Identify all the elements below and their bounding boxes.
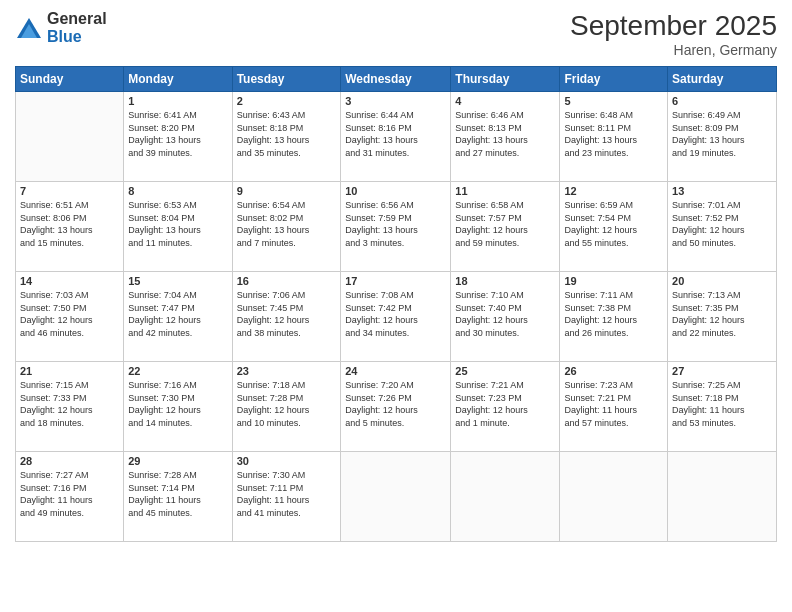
day-number: 4 (455, 95, 555, 107)
day-info: Sunrise: 6:59 AM Sunset: 7:54 PM Dayligh… (564, 199, 663, 249)
day-info: Sunrise: 7:27 AM Sunset: 7:16 PM Dayligh… (20, 469, 119, 519)
calendar-cell: 25Sunrise: 7:21 AM Sunset: 7:23 PM Dayli… (451, 362, 560, 452)
logo-text: General Blue (47, 10, 107, 45)
day-info: Sunrise: 6:51 AM Sunset: 8:06 PM Dayligh… (20, 199, 119, 249)
day-info: Sunrise: 6:44 AM Sunset: 8:16 PM Dayligh… (345, 109, 446, 159)
day-info: Sunrise: 6:54 AM Sunset: 8:02 PM Dayligh… (237, 199, 337, 249)
day-number: 30 (237, 455, 337, 467)
logo-icon (15, 14, 43, 42)
day-info: Sunrise: 7:18 AM Sunset: 7:28 PM Dayligh… (237, 379, 337, 429)
calendar-cell: 4Sunrise: 6:46 AM Sunset: 8:13 PM Daylig… (451, 92, 560, 182)
day-info: Sunrise: 7:06 AM Sunset: 7:45 PM Dayligh… (237, 289, 337, 339)
calendar-cell: 16Sunrise: 7:06 AM Sunset: 7:45 PM Dayli… (232, 272, 341, 362)
day-info: Sunrise: 6:49 AM Sunset: 8:09 PM Dayligh… (672, 109, 772, 159)
day-info: Sunrise: 7:10 AM Sunset: 7:40 PM Dayligh… (455, 289, 555, 339)
day-number: 23 (237, 365, 337, 377)
calendar-cell: 14Sunrise: 7:03 AM Sunset: 7:50 PM Dayli… (16, 272, 124, 362)
calendar-cell: 29Sunrise: 7:28 AM Sunset: 7:14 PM Dayli… (124, 452, 232, 542)
day-info: Sunrise: 6:41 AM Sunset: 8:20 PM Dayligh… (128, 109, 227, 159)
day-number: 5 (564, 95, 663, 107)
calendar-cell: 23Sunrise: 7:18 AM Sunset: 7:28 PM Dayli… (232, 362, 341, 452)
day-number: 12 (564, 185, 663, 197)
day-info: Sunrise: 7:13 AM Sunset: 7:35 PM Dayligh… (672, 289, 772, 339)
calendar-cell: 3Sunrise: 6:44 AM Sunset: 8:16 PM Daylig… (341, 92, 451, 182)
col-saturday: Saturday (668, 67, 777, 92)
calendar-cell: 13Sunrise: 7:01 AM Sunset: 7:52 PM Dayli… (668, 182, 777, 272)
calendar-week-row: 28Sunrise: 7:27 AM Sunset: 7:16 PM Dayli… (16, 452, 777, 542)
day-number: 10 (345, 185, 446, 197)
calendar-cell (16, 92, 124, 182)
day-number: 3 (345, 95, 446, 107)
header: General Blue September 2025 Haren, Germa… (15, 10, 777, 58)
calendar-week-row: 14Sunrise: 7:03 AM Sunset: 7:50 PM Dayli… (16, 272, 777, 362)
day-number: 28 (20, 455, 119, 467)
day-info: Sunrise: 6:53 AM Sunset: 8:04 PM Dayligh… (128, 199, 227, 249)
day-info: Sunrise: 6:46 AM Sunset: 8:13 PM Dayligh… (455, 109, 555, 159)
calendar-cell: 24Sunrise: 7:20 AM Sunset: 7:26 PM Dayli… (341, 362, 451, 452)
logo: General Blue (15, 10, 107, 45)
day-number: 2 (237, 95, 337, 107)
calendar-cell: 17Sunrise: 7:08 AM Sunset: 7:42 PM Dayli… (341, 272, 451, 362)
calendar-cell: 11Sunrise: 6:58 AM Sunset: 7:57 PM Dayli… (451, 182, 560, 272)
calendar-cell: 6Sunrise: 6:49 AM Sunset: 8:09 PM Daylig… (668, 92, 777, 182)
col-friday: Friday (560, 67, 668, 92)
calendar-cell: 2Sunrise: 6:43 AM Sunset: 8:18 PM Daylig… (232, 92, 341, 182)
calendar-cell: 9Sunrise: 6:54 AM Sunset: 8:02 PM Daylig… (232, 182, 341, 272)
calendar-cell: 19Sunrise: 7:11 AM Sunset: 7:38 PM Dayli… (560, 272, 668, 362)
calendar-cell: 26Sunrise: 7:23 AM Sunset: 7:21 PM Dayli… (560, 362, 668, 452)
day-number: 25 (455, 365, 555, 377)
day-info: Sunrise: 7:15 AM Sunset: 7:33 PM Dayligh… (20, 379, 119, 429)
calendar-cell: 20Sunrise: 7:13 AM Sunset: 7:35 PM Dayli… (668, 272, 777, 362)
day-number: 18 (455, 275, 555, 287)
day-info: Sunrise: 7:28 AM Sunset: 7:14 PM Dayligh… (128, 469, 227, 519)
col-tuesday: Tuesday (232, 67, 341, 92)
day-number: 13 (672, 185, 772, 197)
day-number: 19 (564, 275, 663, 287)
calendar-week-row: 21Sunrise: 7:15 AM Sunset: 7:33 PM Dayli… (16, 362, 777, 452)
day-info: Sunrise: 7:21 AM Sunset: 7:23 PM Dayligh… (455, 379, 555, 429)
day-info: Sunrise: 7:25 AM Sunset: 7:18 PM Dayligh… (672, 379, 772, 429)
day-number: 15 (128, 275, 227, 287)
calendar-cell: 22Sunrise: 7:16 AM Sunset: 7:30 PM Dayli… (124, 362, 232, 452)
calendar-cell: 7Sunrise: 6:51 AM Sunset: 8:06 PM Daylig… (16, 182, 124, 272)
day-number: 1 (128, 95, 227, 107)
location: Haren, Germany (570, 42, 777, 58)
logo-blue: Blue (47, 28, 107, 46)
day-info: Sunrise: 6:48 AM Sunset: 8:11 PM Dayligh… (564, 109, 663, 159)
calendar-cell: 28Sunrise: 7:27 AM Sunset: 7:16 PM Dayli… (16, 452, 124, 542)
day-info: Sunrise: 7:01 AM Sunset: 7:52 PM Dayligh… (672, 199, 772, 249)
calendar-week-row: 7Sunrise: 6:51 AM Sunset: 8:06 PM Daylig… (16, 182, 777, 272)
col-monday: Monday (124, 67, 232, 92)
calendar-cell (560, 452, 668, 542)
day-number: 26 (564, 365, 663, 377)
day-info: Sunrise: 6:43 AM Sunset: 8:18 PM Dayligh… (237, 109, 337, 159)
day-info: Sunrise: 7:23 AM Sunset: 7:21 PM Dayligh… (564, 379, 663, 429)
day-number: 7 (20, 185, 119, 197)
calendar-cell: 5Sunrise: 6:48 AM Sunset: 8:11 PM Daylig… (560, 92, 668, 182)
col-wednesday: Wednesday (341, 67, 451, 92)
calendar-cell (451, 452, 560, 542)
calendar-cell: 30Sunrise: 7:30 AM Sunset: 7:11 PM Dayli… (232, 452, 341, 542)
day-info: Sunrise: 7:04 AM Sunset: 7:47 PM Dayligh… (128, 289, 227, 339)
day-info: Sunrise: 6:58 AM Sunset: 7:57 PM Dayligh… (455, 199, 555, 249)
day-info: Sunrise: 7:11 AM Sunset: 7:38 PM Dayligh… (564, 289, 663, 339)
calendar-cell: 1Sunrise: 6:41 AM Sunset: 8:20 PM Daylig… (124, 92, 232, 182)
title-area: September 2025 Haren, Germany (570, 10, 777, 58)
day-number: 11 (455, 185, 555, 197)
day-number: 9 (237, 185, 337, 197)
calendar-cell (668, 452, 777, 542)
day-number: 16 (237, 275, 337, 287)
day-number: 20 (672, 275, 772, 287)
col-sunday: Sunday (16, 67, 124, 92)
day-info: Sunrise: 7:16 AM Sunset: 7:30 PM Dayligh… (128, 379, 227, 429)
calendar-cell (341, 452, 451, 542)
calendar-cell: 8Sunrise: 6:53 AM Sunset: 8:04 PM Daylig… (124, 182, 232, 272)
logo-general: General (47, 10, 107, 28)
day-number: 14 (20, 275, 119, 287)
calendar-header-row: Sunday Monday Tuesday Wednesday Thursday… (16, 67, 777, 92)
day-number: 8 (128, 185, 227, 197)
calendar-week-row: 1Sunrise: 6:41 AM Sunset: 8:20 PM Daylig… (16, 92, 777, 182)
day-number: 6 (672, 95, 772, 107)
day-number: 22 (128, 365, 227, 377)
month-title: September 2025 (570, 10, 777, 42)
